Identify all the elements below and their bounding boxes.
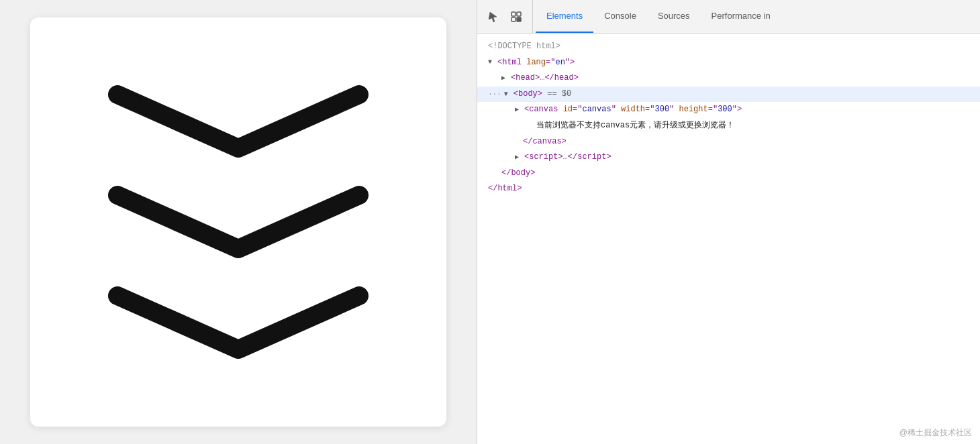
script-triangle[interactable] [515,154,523,162]
chevron-svg-2 [104,178,373,266]
chevrons-container [104,78,373,366]
devtools-toolbar: Elements Console Sources Performance in [477,0,980,34]
left-panel [0,0,477,444]
tab-elements[interactable]: Elements [536,0,593,33]
code-line-body-close: </body> [477,166,980,182]
chevron-row-2 [104,178,373,266]
dots-prefix: ··· [488,88,501,101]
chevron-svg-3 [104,279,373,366]
svg-rect-0 [511,12,516,16]
doctype-text: <!DOCTYPE html> [488,40,560,54]
tab-console[interactable]: Console [593,0,647,33]
code-line-body: ··· <body> == $0 [477,87,980,103]
html-lang-value: en [555,56,565,70]
code-line-canvas-text: 当前浏览器不支持canvas元素，请升级或更换浏览器！ [477,118,980,134]
body-close-tag: </body> [501,166,535,181]
canvas-fallback-text: 当前浏览器不支持canvas元素，请升级或更换浏览器！ [536,119,734,133]
code-line-doctype: <!DOCTYPE html> [477,39,980,55]
chevron-row-3 [104,279,373,366]
cursor-tool-button[interactable] [483,6,504,27]
svg-rect-2 [511,17,516,21]
devtools-panel: Elements Console Sources Performance in … [477,0,980,444]
code-line-canvas-close: </canvas> [477,134,980,150]
tab-sources[interactable]: Sources [647,0,701,33]
code-line-head: <head> … </head> [477,70,980,87]
body-dollar: $0 [562,87,571,102]
body-tag-open: <body> [513,87,542,102]
chevron-svg-1 [104,78,373,165]
svg-rect-1 [517,12,521,16]
tab-performance[interactable]: Performance in [701,0,781,33]
html-tag-open: <html [497,56,522,70]
html-triangle[interactable] [488,58,496,66]
toolbar-icons [477,0,533,33]
code-line-html-open: <html lang =" en "> [477,55,980,71]
head-triangle[interactable] [501,74,509,82]
code-line-script: <script> … </script> [477,150,980,166]
canvas-card [30,17,446,427]
devtools-code-content: <!DOCTYPE html> <html lang =" en "> <hea… [477,34,980,444]
toolbar-tabs: Elements Console Sources Performance in [533,0,784,33]
watermark: @稀土掘金技术社区 [899,427,972,439]
svg-rect-3 [517,17,521,21]
html-close-tag: </html> [488,182,522,197]
inspect-tool-button[interactable] [505,6,527,27]
head-tag: <head> [511,71,540,86]
body-eq: == [547,87,556,102]
canvas-close-tag: </canvas> [523,135,567,150]
canvas-triangle[interactable] [515,106,523,114]
code-line-canvas-open: <canvas id =" canvas " width =" 300 " he… [477,102,980,118]
html-lang-attr: lang [526,56,546,70]
code-line-html-close: </html> [477,181,980,197]
body-triangle[interactable] [504,91,512,99]
chevron-row-1 [104,78,373,165]
